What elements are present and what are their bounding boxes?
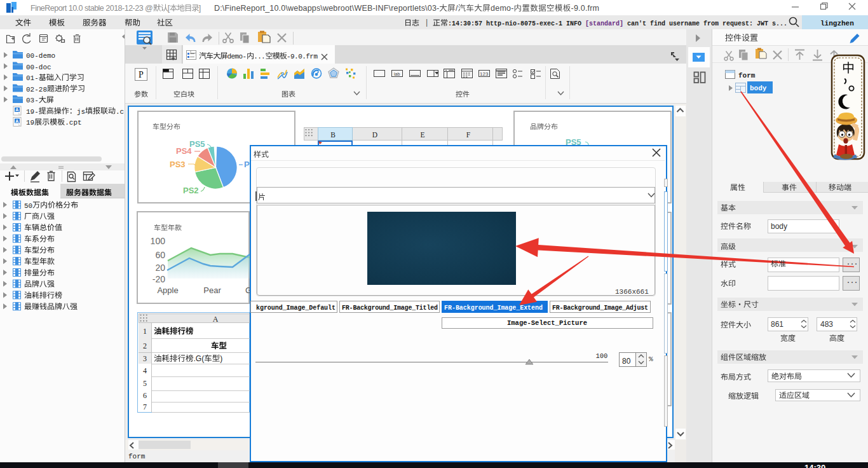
svg-text:%: % bbox=[649, 355, 653, 363]
svg-text:demo-: demo- bbox=[227, 53, 247, 60]
svg-text:[: [ bbox=[168, 4, 170, 13]
svg-text:123: 123 bbox=[480, 71, 489, 77]
svg-text:1366x661: 1366x661 bbox=[615, 288, 649, 296]
svg-text:|: | bbox=[424, 18, 429, 27]
svg-text:100: 100 bbox=[596, 352, 608, 360]
svg-text:FR-Background_Image_Adjust: FR-Background_Image_Adjust bbox=[552, 305, 648, 312]
svg-text:19: 19 bbox=[26, 119, 34, 127]
svg-text:FR-Background_Image_Titled: FR-Background_Image_Titled bbox=[342, 305, 438, 312]
svg-text:[standard]: [standard] bbox=[585, 20, 623, 27]
svg-text:03-: 03- bbox=[26, 97, 39, 104]
svg-text:form: form bbox=[738, 72, 756, 79]
svg-text:00-demo: 00-demo bbox=[26, 52, 55, 60]
svg-text:-9.0.frm: -9.0.frm bbox=[287, 53, 318, 60]
svg-text:body: body bbox=[750, 85, 767, 92]
svg-text:P: P bbox=[139, 70, 144, 79]
svg-text:-9.0.frm: -9.0.frm bbox=[571, 4, 599, 13]
svg-text:01-: 01- bbox=[26, 74, 39, 82]
svg-text:can't find username from reque: can't find username from request: JWT s.… bbox=[627, 20, 787, 27]
svg-text:00-doc: 00-doc bbox=[26, 64, 51, 71]
svg-text:lab: lab bbox=[394, 72, 400, 76]
svg-text:demo-: demo- bbox=[491, 4, 514, 13]
svg-text:861: 861 bbox=[771, 320, 783, 329]
svg-text:.c: .c bbox=[116, 108, 124, 116]
svg-text:FR-Background_Image_Extend: FR-Background_Image_Extend bbox=[444, 305, 543, 312]
svg-text:kground_Image_Default: kground_Image_Default bbox=[256, 305, 336, 312]
svg-text:02-28: 02-28 bbox=[26, 86, 47, 93]
svg-text:]: ] bbox=[199, 4, 201, 13]
svg-text:14:30: 14:30 bbox=[804, 463, 825, 468]
svg-text:483: 483 bbox=[820, 320, 833, 329]
svg-text::14:30:57 http-nio-8075-exec-1: :14:30:57 http-nio-8075-exec-1 INFO bbox=[448, 20, 581, 27]
svg-text:/: / bbox=[456, 4, 458, 13]
svg-text:50: 50 bbox=[24, 202, 32, 210]
svg-text:A: A bbox=[15, 119, 18, 123]
svg-text:Image-Select_Picture: Image-Select_Picture bbox=[507, 319, 587, 327]
svg-text:js: js bbox=[77, 108, 85, 116]
svg-text:...: ... bbox=[254, 53, 265, 60]
svg-text:.cpt: .cpt bbox=[65, 119, 81, 127]
svg-text:80: 80 bbox=[622, 357, 631, 366]
svg-text:19-: 19- bbox=[26, 108, 39, 116]
svg-text:FineReport 10.0 stable 2018-12: FineReport 10.0 stable 2018-12-23 @ bbox=[31, 4, 153, 13]
svg-text:D:\FineReport_10.0\webapps\web: D:\FineReport_10.0\webapps\webroot\WEB-I… bbox=[214, 4, 439, 13]
svg-text:A: A bbox=[15, 107, 18, 112]
svg-text:body: body bbox=[771, 222, 787, 231]
svg-text:lingzhen: lingzhen bbox=[820, 20, 854, 27]
